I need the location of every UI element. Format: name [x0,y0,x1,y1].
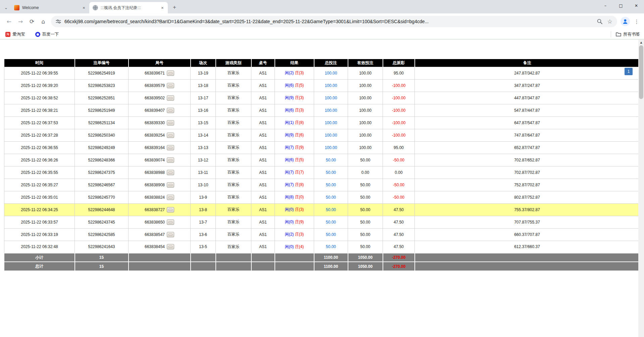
total-bet-link[interactable]: 100.00 [325,133,337,138]
refresh-icon[interactable]: ⟳ [26,16,38,27]
table-row[interactable]: 2025-11-22 06:37:53522986251134663839330… [4,116,640,129]
profile-avatar[interactable] [621,17,630,26]
maximize-button[interactable]: □ [613,0,629,11]
site-info-icon[interactable] [55,18,62,25]
tab-welcome[interactable]: Welcome ✕ [11,2,89,13]
total-bet-link[interactable]: 50.00 [326,232,336,237]
replay-video-icon[interactable] [167,157,174,163]
table-row[interactable]: 2025-11-22 06:35:01522986245770663838824… [4,191,640,203]
home-icon[interactable]: ⌂ [38,16,49,27]
cell-time: 2025-11-22 06:36:26 [4,154,75,166]
table-row[interactable]: 2025-11-22 06:37:28522986250340663839254… [4,129,640,141]
cell-payout: 47.50 [383,216,415,228]
replay-video-icon[interactable] [167,220,174,225]
total-bet-link[interactable]: 100.00 [325,108,337,113]
table-row[interactable]: 2025-11-22 06:32:48522986241643663838454… [4,241,640,253]
bookmark-star-icon[interactable]: ☆ [606,17,614,26]
pagination-page-1[interactable]: 1 [625,68,633,75]
browser-menu-icon[interactable]: ⋮ [633,17,641,26]
table-row[interactable]: 2025-11-22 06:33:57522986243745663838650… [4,216,640,228]
tab-close-icon[interactable]: ✕ [160,5,165,10]
replay-video-icon[interactable] [167,182,174,188]
cell-bet-id: 522986247375 [75,166,129,179]
new-tab-button[interactable]: + [170,3,179,12]
table-row[interactable]: 2025-11-22 06:38:52522986252851663839502… [4,92,640,104]
cell-game-type: 百家乐 [216,67,251,79]
total-bet-link[interactable]: 50.00 [326,195,336,200]
table-row[interactable]: 2025-11-22 06:33:19522986242585663838547… [4,228,640,241]
round-number: 663839074 [145,158,165,162]
total-bet-link[interactable]: 50.00 [326,244,336,249]
total-bet-link[interactable]: 50.00 [326,158,336,162]
total-bet-link[interactable]: 100.00 [325,96,337,100]
total-bet-link[interactable]: 100.00 [325,145,337,150]
replay-video-icon[interactable] [167,133,174,138]
table-row[interactable]: 2025-11-22 06:39:20522986253823663839579… [4,79,640,92]
table-row[interactable]: 2025-11-22 06:39:55522986254919663839671… [4,67,640,79]
table-row[interactable]: 2025-11-22 06:35:55522986247375663838988… [4,166,640,179]
cell-bet-id: 522986248366 [75,154,129,166]
result-banker: 庄(5) [295,83,304,88]
column-header: 游戏类别 [216,59,251,67]
total-bet-link[interactable]: 50.00 [326,207,336,212]
cell-time: 2025-11-22 06:38:52 [4,92,75,104]
window-controls: – □ ✕ [598,0,644,11]
url-text[interactable]: 66cxkj98.com/game/betrecord_search/kind3… [64,19,594,24]
url-bar[interactable]: 66cxkj98.com/game/betrecord_search/kind3… [51,16,617,27]
scroll-up-icon[interactable]: ▲ [638,40,644,45]
result-banker: 庄(9) [295,220,304,224]
replay-video-icon[interactable] [167,232,174,237]
cell-time: 2025-11-22 06:35:01 [4,191,75,203]
bookmark-taobao[interactable]: 淘 爱淘宝 [4,30,27,38]
bookmark-baidu[interactable]: 百度一下 [34,30,60,38]
cell-session: 13-19 [191,67,216,79]
table-row[interactable]: 2025-11-22 06:38:21522986251949663839407… [4,104,640,116]
replay-video-icon[interactable] [167,207,174,212]
total-bet-link[interactable]: 100.00 [325,121,337,125]
cell-valid-bet: 100.00 [348,129,383,141]
table-row[interactable]: 2025-11-22 06:34:25522986244648663838727… [4,203,640,216]
replay-video-icon[interactable] [167,83,174,88]
vertical-scrollbar[interactable]: ▲ [638,40,644,337]
zoom-icon[interactable] [596,17,604,26]
replay-video-icon[interactable] [167,244,174,249]
scrollbar-thumb[interactable] [639,45,643,99]
tab-bet-record[interactable]: :::视讯 会员下注纪录::: ✕ [89,2,168,13]
minimize-button[interactable]: – [598,0,613,11]
total-bet-link[interactable]: 50.00 [326,220,336,225]
back-icon[interactable]: ← [3,16,15,27]
total-bet-link[interactable]: 50.00 [326,170,336,175]
total-bet-link[interactable]: 100.00 [325,71,337,76]
cell-result: 闲(2) 庄(3) [275,228,314,241]
replay-video-icon[interactable] [167,120,174,126]
forward-icon[interactable]: → [15,16,26,27]
total-bet-link[interactable]: 50.00 [326,183,336,187]
result-player: 闲(9) [285,133,294,137]
table-row[interactable]: 2025-11-22 06:35:27522986246567663838908… [4,179,640,191]
cell-result: 闲(0) 庄(3) [275,203,314,216]
cell-result: 闲(9) 庄(3) [275,92,314,104]
replay-video-icon[interactable] [167,145,174,150]
replay-video-icon[interactable] [167,70,174,76]
replay-video-icon[interactable] [167,108,174,113]
close-button[interactable]: ✕ [629,0,644,11]
result-banker: 庄(4) [295,244,304,249]
cell-result: 闲(1) 庄(8) [275,116,314,129]
cell-bet-id: 522986246567 [75,179,129,191]
cell-session: 13-18 [191,79,216,92]
cell-total-bet: 50.00 [314,216,348,228]
table-row[interactable]: 2025-11-22 06:36:55522986249249663839164… [4,141,640,154]
tab-search-chevron-icon[interactable]: ⌄ [1,3,11,12]
replay-video-icon[interactable] [167,170,174,175]
cell-valid-bet: 100.00 [348,104,383,116]
all-bookmarks-button[interactable]: 所有书签 [616,32,640,37]
cell-result: 闲(7) 庄(8) [275,179,314,191]
total-bet-link[interactable]: 100.00 [325,83,337,88]
cell-total-bet: 50.00 [314,228,348,241]
replay-video-icon[interactable] [167,195,174,200]
welcome-tab-favicon-icon [14,5,19,10]
replay-video-icon[interactable] [167,95,174,101]
table-row[interactable]: 2025-11-22 06:36:26522986248366663839074… [4,154,640,166]
tab-close-icon[interactable]: ✕ [81,5,87,10]
round-number: 663839164 [145,145,165,150]
